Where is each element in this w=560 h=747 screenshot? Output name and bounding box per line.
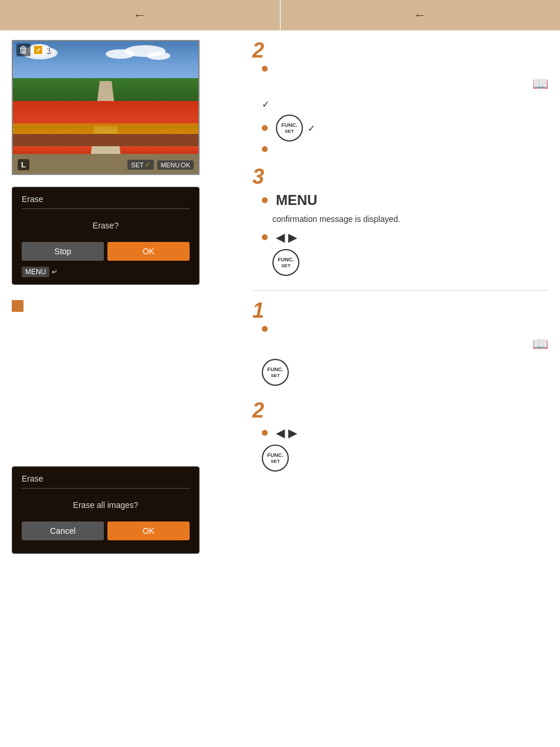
left-arrow-nav-2: ◀ [276, 426, 285, 440]
camera-preview: 🗑 ✓ 1 L SET ✓ MENU [12, 40, 200, 175]
book-icon-1: 📖 [532, 76, 548, 92]
step-1-bottom: 1 📖 FUNC. SET [252, 300, 548, 386]
func-set-button-2[interactable]: FUNC. SET [272, 249, 299, 276]
back-button-left[interactable]: ← [0, 0, 281, 30]
step3-bullet1: MENU [262, 192, 548, 208]
bullet-dot-6 [262, 326, 268, 332]
ok-button-2[interactable]: OK [107, 521, 190, 540]
step2-bullet2: FUNC. SET ✓ [262, 115, 548, 142]
right-arrow-nav: ▶ [288, 230, 297, 244]
dialog-question-2: Erase all images? [22, 500, 190, 510]
check-badge: ✓ [33, 45, 43, 55]
bullet-dot-2 [262, 125, 268, 131]
dialog-title-2: Erase [22, 474, 190, 489]
step2b-bullet1: ◀ ▶ [262, 426, 548, 440]
dialog-question-1: Erase? [22, 221, 190, 230]
step-2-bottom: 2 ◀ ▶ FUNC. SET [252, 400, 548, 472]
trash-icon: 🗑 [16, 43, 31, 56]
bullet-dot-3 [262, 146, 268, 152]
dialog-buttons-2: Cancel OK [22, 521, 190, 540]
header-nav: ← ← [0, 0, 560, 31]
step2-check-row: ✓ [262, 99, 548, 110]
step-3: 3 MENU confirmation message is displayed… [252, 166, 548, 276]
step-2-top: 2 📖 ✓ [252, 40, 548, 152]
orange-square-icon [12, 300, 23, 312]
step2-bullet1 [262, 66, 548, 72]
menu-back-row: MENU ↵ [22, 267, 190, 277]
step-2b-number: 2 [252, 400, 264, 421]
cancel-button[interactable]: Cancel [22, 521, 104, 540]
menu-label-large: MENU [276, 192, 318, 208]
back-button-right[interactable]: ← [281, 0, 561, 30]
book-icon-2: 📖 [532, 337, 548, 352]
dialog-buttons-1: Stop OK [22, 242, 190, 261]
back-arrow-icon: ↵ [52, 268, 58, 276]
right-arrow-nav-2: ▶ [288, 426, 297, 440]
func-set-button-3[interactable]: FUNC. SET [262, 359, 289, 386]
menu-label-1: MENU [22, 267, 49, 277]
orange-square-marker [12, 294, 235, 314]
bullet-dot-7 [262, 430, 268, 436]
step-1-number: 1 [252, 300, 264, 321]
cam-controls: SET ✓ MENU OK [127, 160, 194, 170]
bullet-dot-1 [262, 66, 268, 72]
right-arrow-icon: ← [414, 8, 427, 23]
step-2-number: 2 [252, 40, 264, 61]
section-divider [252, 290, 548, 291]
ok-button-1[interactable]: OK [107, 242, 190, 261]
left-arrow-icon: ← [133, 8, 146, 23]
image-count: 1 [46, 45, 50, 55]
erase-dialog-2: Erase Erase all images? Cancel OK [12, 466, 200, 554]
step1b-bullet1 [262, 326, 548, 332]
step2-bullet3 [262, 146, 548, 152]
erase-dialog-1: Erase Erase? Stop OK MENU ↵ [12, 187, 200, 285]
check-mark-2: ✓ [308, 123, 315, 134]
dialog-title-1: Erase [22, 194, 190, 209]
right-column: 2 📖 ✓ [247, 40, 560, 554]
size-label: L [18, 159, 29, 170]
main-content: 🗑 ✓ 1 L SET ✓ MENU [0, 31, 560, 563]
bullet-dot-5 [262, 234, 268, 240]
step3-arrow-row: ◀ ▶ [262, 230, 548, 244]
bullet-dot-4 [262, 197, 268, 203]
step-3-number: 3 [252, 166, 264, 187]
left-arrow-nav: ◀ [276, 230, 285, 244]
check-mark-1: ✓ [262, 99, 269, 110]
left-column: 🗑 ✓ 1 L SET ✓ MENU [0, 40, 247, 554]
confirmation-text: confirmation message is displayed. [272, 214, 400, 224]
func-set-button-1[interactable]: FUNC. SET [276, 115, 303, 142]
stop-button[interactable]: Stop [22, 242, 104, 261]
func-set-button-4[interactable]: FUNC. SET [262, 445, 289, 472]
